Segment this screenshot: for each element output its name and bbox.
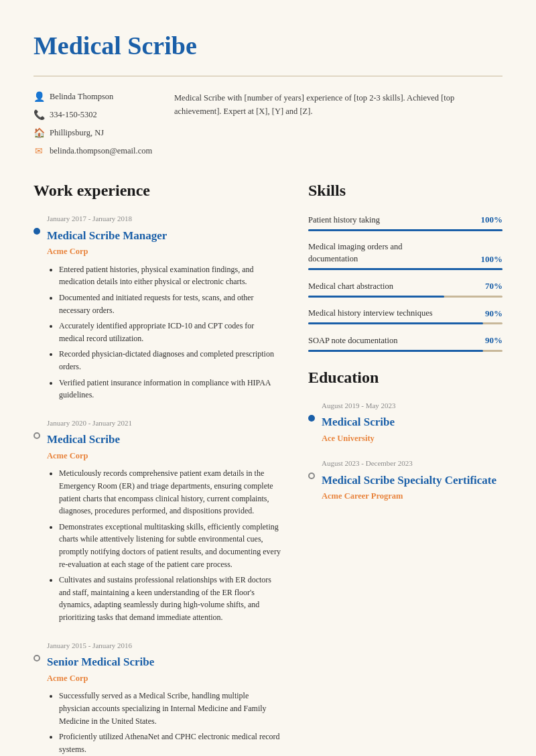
page-title: Medical Scribe [34,27,503,65]
work-bullets-2: Meticulously records comprehensive patie… [47,467,281,623]
skill-label-row-3: Medical history interview techniques 90% [308,307,503,320]
skill-label-2: Medical chart abstraction [308,280,393,293]
work-item-1: January 2017 - January 2018 Medical Scri… [34,213,281,401]
list-item: Successfully served as a Medical Scribe,… [59,690,281,727]
main-body: Work experience January 2017 - January 2… [34,178,503,756]
contact-phone: 334-150-5302 [50,109,97,121]
location-icon: 🏠 [34,126,44,140]
contact-name: Belinda Thompson [50,90,113,103]
skill-label-row-0: Patient history taking 100% [308,213,503,227]
contact-summary: 👤 Belinda Thompson 📞 334-150-5302 🏠 Phil… [34,90,503,158]
skill-item-3: Medical history interview techniques 90% [308,307,503,325]
work-company-1: Acme Corp [47,245,281,258]
skill-bar-bg-0 [308,229,503,231]
work-bullets-1: Entered patient histories, physical exam… [47,263,281,401]
skill-pct-0: 100% [481,213,503,227]
skill-bar-fill-3 [308,322,483,324]
skill-pct-4: 90% [485,334,503,347]
skill-label-3: Medical history interview techniques [308,307,433,320]
skill-bar-bg-4 [308,350,503,352]
skill-bar-bg-2 [308,296,503,298]
edu-title-1: Medical Scribe Specialty Certificate [322,472,503,489]
skill-pct-1: 100% [481,253,503,266]
list-item: Meticulously records comprehensive patie… [59,467,281,517]
edu-bullet-0 [308,412,315,426]
work-date-2: January 2020 - January 2021 [47,418,281,429]
work-bullet-3 [34,652,40,666]
person-icon: 👤 [34,90,44,104]
skill-pct-2: 70% [485,279,503,293]
edu-date-0: August 2019 - May 2023 [322,400,503,412]
header-divider [34,76,503,76]
skill-label-row-1: Medical imaging orders and documentation… [308,241,503,266]
list-item: Documented and initiated requests for te… [59,292,281,316]
list-item: Entered patient histories, physical exam… [59,263,281,288]
work-bullet-2 [34,430,40,443]
work-company-2: Acme Corp [47,450,281,462]
contact-location-row: 🏠 Phillipsburg, NJ [34,126,154,140]
skill-item-1: Medical imaging orders and documentation… [308,241,503,271]
skill-label-0: Patient history taking [308,214,380,227]
edu-date-1: August 2023 - December 2023 [322,458,503,469]
list-item: Cultivates and sustains professional rel… [59,574,281,623]
contact-phone-row: 📞 334-150-5302 [34,108,154,122]
edu-bullet-1 [308,470,315,483]
edu-title-0: Medical Scribe [322,414,503,431]
work-bullet-1 [34,225,40,239]
phone-icon: 📞 [34,108,44,122]
list-item: Accurately identified appropriate ICD-10… [59,320,281,344]
edu-item-0: August 2019 - May 2023 Medical Scribe Ac… [308,400,503,445]
skill-label-1: Medical imaging orders and documentation [308,241,442,266]
education-title: Education [308,365,503,389]
work-experience-title: Work experience [34,178,281,202]
contact-email-row: ✉ belinda.thompson@email.com [34,144,154,158]
contact-location: Phillipsburg, NJ [50,127,104,139]
skill-pct-3: 90% [485,307,503,320]
work-item-2: January 2020 - January 2021 Medical Scri… [34,418,281,624]
list-item: Verified patient insurance information i… [59,377,281,401]
left-column: Work experience January 2017 - January 2… [34,178,281,756]
contact-info: 👤 Belinda Thompson 📞 334-150-5302 🏠 Phil… [34,90,154,158]
work-date-1: January 2017 - January 2018 [47,213,281,225]
work-title-2: Medical Scribe [47,431,281,448]
skill-bar-bg-3 [308,322,503,324]
work-company-3: Acme Corp [47,672,281,685]
skill-label-4: SOAP note documentation [308,334,398,347]
skill-label-row-2: Medical chart abstraction 70% [308,279,503,293]
work-item-3: January 2015 - January 2016 Senior Medic… [34,640,281,756]
skill-bar-fill-2 [308,296,444,298]
work-title-3: Senior Medical Scribe [47,653,281,671]
list-item: Demonstrates exceptional multitasking sk… [59,521,281,570]
work-title-1: Medical Scribe Manager [47,227,281,245]
skill-bar-fill-1 [308,268,503,270]
edu-institution-0: Ace University [322,432,503,445]
skill-label-row-4: SOAP note documentation 90% [308,334,503,347]
skill-item-4: SOAP note documentation 90% [308,334,503,352]
profile-summary: Medical Scribe with [number of years] ex… [174,90,503,158]
list-item: Recorded physician-dictated diagnoses an… [59,348,281,373]
skill-item-0: Patient history taking 100% [308,213,503,231]
work-bullets-3: Successfully served as a Medical Scribe,… [47,690,281,756]
skills-title: Skills [308,178,503,202]
skill-bar-fill-4 [308,350,483,352]
contact-email: belinda.thompson@email.com [50,145,152,158]
work-date-3: January 2015 - January 2016 [47,640,281,651]
list-item: Proficiently utilized AthenaNet and CPHC… [59,731,281,755]
email-icon: ✉ [34,144,44,158]
resume-page: Medical Scribe 👤 Belinda Thompson 📞 334-… [0,0,536,756]
skill-item-2: Medical chart abstraction 70% [308,279,503,298]
edu-institution-1: Acme Career Program [322,490,503,503]
right-column: Skills Patient history taking 100% Medic… [308,178,503,756]
skill-bar-bg-1 [308,268,503,270]
contact-name-row: 👤 Belinda Thompson [34,90,154,104]
edu-item-1: August 2023 - December 2023 Medical Scri… [308,458,503,503]
skill-bar-fill-0 [308,229,503,231]
